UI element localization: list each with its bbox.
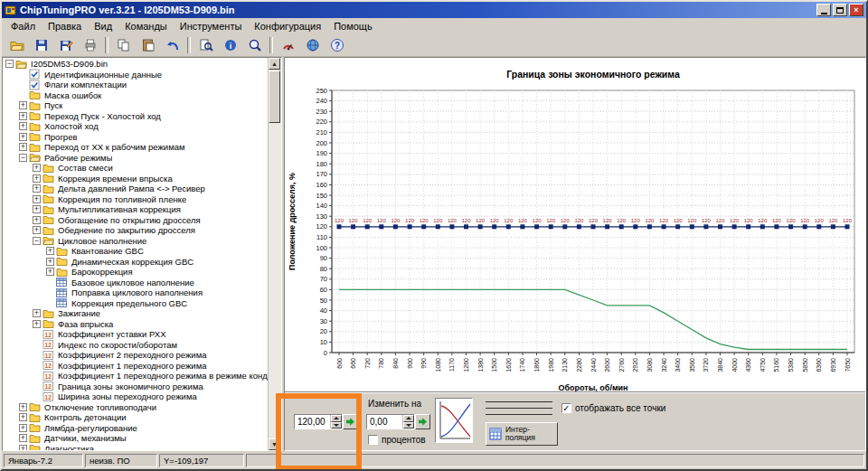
- expand-icon[interactable]: +: [19, 445, 27, 450]
- expand-icon[interactable]: +: [33, 184, 41, 193]
- open-button[interactable]: [5, 34, 28, 56]
- copy-button[interactable]: [112, 34, 135, 56]
- show-all-points-checkbox[interactable]: ✓ отображать все точки: [561, 403, 665, 413]
- collapse-icon[interactable]: −: [33, 237, 41, 245]
- expand-icon[interactable]: +: [46, 258, 54, 266]
- tree-item[interactable]: +Коррекция по топливной пленке: [3, 194, 269, 205]
- collapse-icon[interactable]: −: [5, 60, 14, 68]
- title-bar[interactable]: ChipTuningPRO ver.3.21 - I205DM53-D909.b…: [2, 2, 866, 18]
- tree-item[interactable]: −Цикловое наполнение: [3, 236, 269, 247]
- apply-value-button[interactable]: [343, 414, 358, 429]
- change-spin-down-icon[interactable]: [403, 422, 414, 429]
- percent-checkbox[interactable]: процентов: [368, 435, 426, 445]
- collapse-icon[interactable]: −: [19, 154, 27, 162]
- tree-item[interactable]: Идентификационные данные: [3, 70, 269, 80]
- save-as-button[interactable]: [54, 34, 77, 56]
- zoom-button[interactable]: [243, 34, 266, 56]
- tree-item[interactable]: +Отключение топливоподачи: [3, 402, 269, 413]
- print-button[interactable]: [79, 34, 101, 56]
- expand-icon[interactable]: +: [33, 174, 41, 183]
- tree-item[interactable]: +Прогрев: [3, 132, 269, 143]
- undo-button[interactable]: [161, 34, 184, 56]
- expand-icon[interactable]: +: [19, 434, 27, 442]
- tree-item[interactable]: 12Индекс по скорости/оборотам: [3, 340, 269, 351]
- interpolation-button[interactable]: Интер- поляция: [486, 422, 558, 446]
- expand-icon[interactable]: +: [19, 413, 27, 421]
- line-sample[interactable]: [486, 401, 552, 402]
- expand-icon[interactable]: +: [33, 205, 41, 213]
- expand-icon[interactable]: +: [33, 195, 41, 203]
- tree-scrollbar[interactable]: ▲ ▼: [268, 58, 281, 450]
- tree-item[interactable]: 12Ширина зоны переходного режима: [3, 391, 269, 402]
- menu-item[interactable]: Конфигурация: [248, 20, 327, 33]
- expand-icon[interactable]: +: [33, 164, 41, 172]
- line-style-selector[interactable]: [486, 401, 552, 420]
- expand-icon[interactable]: +: [19, 122, 27, 130]
- tree-item[interactable]: +Пуск: [3, 100, 269, 111]
- tree-item[interactable]: +Обогащение по открытию дросселя: [3, 215, 269, 226]
- expand-icon[interactable]: +: [46, 268, 54, 276]
- line-sample[interactable]: [486, 414, 552, 415]
- change-input[interactable]: 0,00: [366, 414, 415, 429]
- scrollbar-thumb[interactable]: [269, 71, 280, 123]
- expand-icon[interactable]: +: [33, 309, 41, 317]
- expand-icon[interactable]: +: [33, 216, 41, 224]
- expand-icon[interactable]: +: [33, 320, 41, 328]
- expand-icon[interactable]: +: [19, 143, 27, 151]
- value-spin-up-icon[interactable]: [331, 415, 342, 422]
- tree-item[interactable]: +Динамическая коррекция GBC: [3, 257, 269, 268]
- tree-item[interactable]: +Датчики, механизмы: [3, 433, 269, 444]
- tree-item[interactable]: +Дельта давлений Рампа <-> Ресивер: [3, 184, 269, 194]
- help-button[interactable]: ?: [326, 34, 348, 56]
- tree-item[interactable]: +Холостой ход: [3, 121, 269, 132]
- tree-item[interactable]: 12Коэффициент 1 переходного режима: [3, 361, 269, 372]
- expand-icon[interactable]: +: [19, 403, 27, 411]
- value-input[interactable]: 120,00: [294, 414, 343, 429]
- tree-item[interactable]: Флаги комплектации: [3, 80, 269, 90]
- tree-item[interactable]: −Рабочие режимы: [3, 153, 269, 164]
- minimize-button[interactable]: [816, 4, 831, 16]
- tree-item[interactable]: Базовое цикловое наполнение: [3, 278, 269, 288]
- tools-button[interactable]: [277, 34, 299, 56]
- tree-item[interactable]: +Диагностика: [3, 444, 269, 451]
- tree-item[interactable]: +Переход от ХХ к рабочим режимам: [3, 142, 269, 153]
- tree-item[interactable]: +Коррекция времени впрыска: [3, 174, 269, 184]
- tree-item[interactable]: +Лямбда-регулирование: [3, 423, 269, 434]
- find-button[interactable]: [194, 34, 217, 56]
- expand-icon[interactable]: +: [19, 101, 27, 109]
- tree-item[interactable]: Маска ошибок: [3, 90, 269, 101]
- tree-item[interactable]: +Зажигание: [3, 308, 269, 319]
- tree-item[interactable]: +Состав смеси: [3, 163, 269, 174]
- maximize-button[interactable]: [833, 4, 847, 16]
- scroll-up-icon[interactable]: ▲: [269, 58, 280, 70]
- globe-button[interactable]: [301, 34, 324, 56]
- tree-item[interactable]: +Мультипликативная коррекция: [3, 204, 269, 215]
- tree-item[interactable]: Поправка циклового наполнения: [3, 287, 269, 298]
- info-button[interactable]: i: [219, 34, 241, 56]
- save-button[interactable]: [30, 34, 52, 56]
- tree-item[interactable]: +Обеднение по закрытию дросселя: [3, 225, 269, 236]
- expand-icon[interactable]: +: [19, 133, 27, 141]
- line-sample[interactable]: [486, 408, 552, 409]
- expand-icon[interactable]: +: [46, 247, 54, 255]
- menu-item[interactable]: Инструменты: [174, 20, 249, 33]
- tree-item[interactable]: 12Коэффициент уставки РХХ: [3, 329, 269, 340]
- tree-item[interactable]: +Барокоррекция: [3, 267, 269, 278]
- expand-icon[interactable]: +: [33, 226, 41, 234]
- tree-item[interactable]: 12Коэффициент 1 переходного режима в реж…: [3, 371, 269, 382]
- close-button[interactable]: ×: [849, 4, 863, 16]
- menu-item[interactable]: Вид: [88, 20, 118, 33]
- value-spin-down-icon[interactable]: [331, 422, 342, 429]
- expand-icon[interactable]: +: [19, 424, 27, 432]
- menu-item[interactable]: Помощь: [327, 20, 379, 33]
- tree-item[interactable]: +Фаза впрыска: [3, 319, 269, 330]
- menu-item[interactable]: Файл: [5, 20, 42, 33]
- tree-item[interactable]: 12Коэффициент 2 переходного режима: [3, 350, 269, 361]
- tree-item[interactable]: +Переход Пуск - Холостой ход: [3, 111, 269, 122]
- tree-item[interactable]: 12Граница зоны экономичного режима: [3, 382, 269, 392]
- scroll-down-icon[interactable]: ▼: [269, 438, 280, 450]
- apply-change-button[interactable]: [415, 414, 430, 429]
- tree-item[interactable]: −I205DM53-D909.bin: [3, 59, 269, 70]
- tree-item[interactable]: +Контроль детонации: [3, 412, 269, 423]
- tree-item[interactable]: Коррекция предельного GBC: [3, 298, 269, 309]
